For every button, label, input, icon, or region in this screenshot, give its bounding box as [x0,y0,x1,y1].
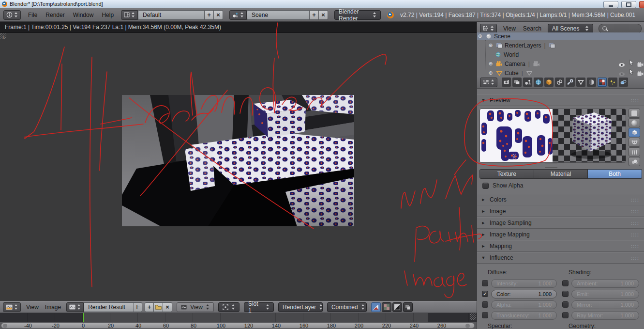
outliner-row-renderlayers[interactable]: ⊕ RenderLayers | [477,41,644,50]
render-layer-dropdown[interactable]: RenderLayer [278,302,323,312]
scrollbar-left-cap[interactable] [3,324,7,328]
tab-texture[interactable] [598,78,607,87]
outliner-row-world[interactable]: World [477,50,644,59]
region-expand-plus-icon[interactable]: + [1,35,5,40]
tab-render[interactable] [502,78,511,87]
panel-header-influence[interactable]: ▼ Influence :::: [477,252,644,264]
preview-smoke-button[interactable] [629,157,640,166]
outliner-row-scene[interactable]: ⊕ Scene [477,32,644,40]
panel-header-colors[interactable]: ► Colors :::: [477,194,644,205]
panel-header-mapping[interactable]: ► Mapping :::: [477,240,644,252]
ray-mirror-checkbox[interactable] [562,312,569,318]
copy-image-toggle[interactable] [403,302,413,312]
translucency-checkbox[interactable] [482,312,488,318]
timeline-resize-corner[interactable] [470,313,476,320]
scrollbar-right-cap[interactable] [465,324,470,328]
image-browse-selector[interactable] [66,302,84,312]
outliner-search-input[interactable] [599,24,642,33]
emit-checkbox[interactable] [562,291,569,297]
menu-file[interactable]: File [27,11,38,19]
camera-selectable-cursor-icon[interactable] [629,60,634,68]
preview-monkey-button[interactable] [629,138,640,147]
editor-type-selector-image[interactable] [3,302,21,312]
panel-header-preview[interactable]: ▼ Preview :::: [477,94,644,106]
fake-user-button[interactable]: F [134,302,142,312]
image-name-field[interactable]: Render Result [84,302,134,312]
editor-type-selector-info[interactable] [3,10,21,20]
tab-world[interactable] [534,78,543,87]
menu-help[interactable]: Help [101,11,115,19]
outliner-scope-dropdown[interactable]: All Scenes [548,24,594,33]
timeline-scrollbar-handle[interactable] [1,323,475,329]
timeline-scrollbar[interactable] [0,322,477,329]
panel-grip-icon[interactable]: :::: [631,98,639,103]
screen-layout-selector[interactable] [121,10,138,20]
preview-hair-button[interactable] [629,147,640,157]
panel-header-image[interactable]: ► Image :::: [477,205,644,217]
tab-modifiers[interactable] [566,78,575,87]
panel-grip-icon[interactable]: :::: [631,255,639,261]
tab-material[interactable] [587,78,596,87]
tab-render-layers[interactable] [512,78,522,87]
panel-grip-icon[interactable]: :::: [631,244,639,249]
editor-type-selector-outliner[interactable] [480,24,497,33]
preview-resize-handle[interactable] [545,163,557,168]
menu-image[interactable]: Image [44,303,62,311]
render-engine-selector[interactable]: Blender Render [334,10,381,20]
intensity-slider[interactable]: Intensity: 1.000 [491,279,557,288]
emit-slider[interactable]: Emit: 1.000 [571,290,639,298]
view-mode-dropdown[interactable]: View [177,302,214,312]
tab-physics[interactable] [619,78,628,87]
mirror-slider[interactable]: Mirror: 1.000 [571,300,639,309]
preview-tab-both[interactable]: Both [588,169,642,179]
translucency-slider[interactable]: Translucency: 1.000 [491,311,557,320]
alpha-slider[interactable]: Alpha: 1.000 [491,300,557,309]
slot-dropdown[interactable]: Slot 1 [244,302,274,312]
outliner-menu-view[interactable]: View [502,25,517,32]
preview-tab-material[interactable]: Material [534,169,588,179]
new-image-button[interactable]: + [145,302,154,312]
panel-grip-icon[interactable]: :::: [631,209,639,214]
alpha-checkbox[interactable] [482,301,488,308]
ambient-checkbox[interactable] [562,280,569,286]
pivot-dropdown[interactable] [218,302,240,312]
draw-channels-toggle[interactable] [371,302,381,312]
panel-header-image-mapping[interactable]: ► Image Mapping :::: [477,229,644,240]
screen-layout-name[interactable]: Default [138,10,205,20]
tab-object-data[interactable] [576,78,585,87]
preview-tab-texture[interactable]: Texture [479,169,534,179]
scene-selector[interactable] [229,10,247,20]
close-button[interactable] [639,1,644,8]
delete-layout-button[interactable]: × [214,10,223,20]
panel-grip-icon[interactable]: :::: [631,220,639,226]
show-alpha-checkbox[interactable] [482,183,489,189]
scene-name[interactable]: Scene [247,10,310,20]
menu-window[interactable]: Window [72,11,95,19]
panel-header-image-sampling[interactable]: ► Image Sampling :::: [477,217,644,229]
tab-constraints[interactable] [555,78,564,87]
outliner-menu-search[interactable]: Search [522,25,542,32]
image-editor-canvas[interactable]: + [0,33,477,301]
ambient-slider[interactable]: Ambient: 1.000 [571,279,639,288]
ray-mirror-slider[interactable]: Ray Mirror: 1.000 [571,311,639,320]
current-frame-marker[interactable] [83,313,84,322]
menu-view[interactable]: View [25,303,40,311]
tab-scene[interactable] [523,78,532,87]
intensity-checkbox[interactable] [482,280,488,286]
color-checkbox[interactable] [482,291,488,297]
maximize-button[interactable] [621,1,636,8]
panel-grip-icon[interactable]: :::: [631,197,639,203]
open-image-button[interactable] [154,302,163,312]
add-scene-button[interactable]: + [310,10,319,20]
mirror-checkbox[interactable] [562,301,569,308]
panel-grip-icon[interactable]: :::: [631,232,639,237]
add-layout-button[interactable]: + [205,10,214,20]
z-buffer-toggle[interactable] [392,302,402,312]
tab-object[interactable] [544,78,554,87]
color-slider[interactable]: Color: 1.000 [491,290,557,298]
tab-particles[interactable] [608,78,617,87]
editor-type-selector-properties[interactable] [480,78,497,87]
menu-render[interactable]: Render [45,11,65,19]
minimize-button[interactable] [603,1,618,8]
alpha-toggle[interactable] [382,302,391,312]
